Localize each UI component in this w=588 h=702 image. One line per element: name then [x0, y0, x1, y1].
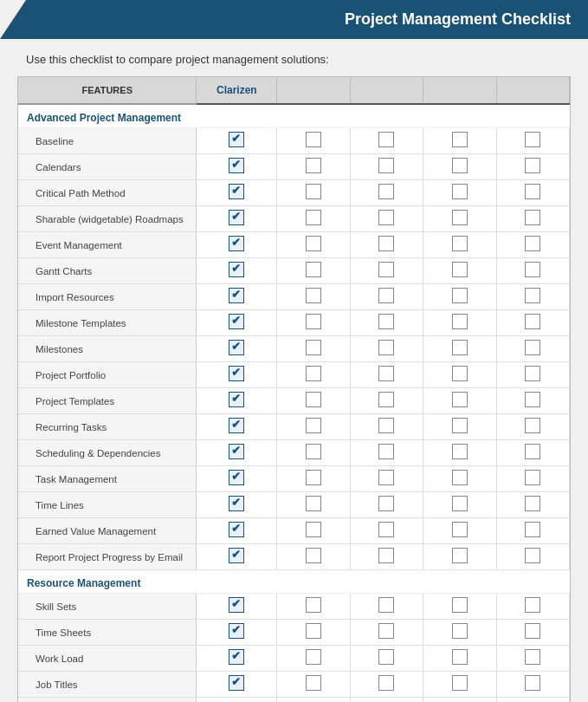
clarizen-checkbox[interactable] [197, 128, 277, 154]
other-checkbox-2[interactable] [350, 284, 423, 310]
other-checkbox-2[interactable] [350, 698, 423, 703]
other-checkbox-4[interactable] [496, 128, 569, 154]
other-checkbox-2[interactable] [350, 620, 423, 646]
other-checkbox-3[interactable] [423, 154, 496, 180]
clarizen-checkbox[interactable] [197, 336, 277, 362]
other-checkbox-1[interactable] [277, 336, 350, 362]
other-checkbox-1[interactable] [277, 258, 350, 284]
other-checkbox-3[interactable] [423, 310, 496, 336]
clarizen-checkbox[interactable] [197, 232, 277, 258]
clarizen-checkbox[interactable] [197, 362, 277, 388]
other-checkbox-2[interactable] [350, 492, 423, 518]
clarizen-checkbox[interactable] [197, 518, 277, 544]
clarizen-checkbox[interactable] [197, 620, 277, 646]
other-checkbox-1[interactable] [277, 232, 350, 258]
other-checkbox-4[interactable] [496, 206, 569, 232]
other-checkbox-1[interactable] [277, 206, 350, 232]
other-checkbox-3[interactable] [423, 206, 496, 232]
other-checkbox-4[interactable] [496, 414, 569, 440]
clarizen-checkbox[interactable] [197, 310, 277, 336]
other-checkbox-2[interactable] [350, 128, 423, 154]
other-checkbox-3[interactable] [423, 594, 496, 620]
other-checkbox-3[interactable] [423, 466, 496, 492]
other-checkbox-4[interactable] [496, 258, 569, 284]
other-checkbox-1[interactable] [277, 672, 350, 698]
other-checkbox-4[interactable] [496, 310, 569, 336]
other-checkbox-4[interactable] [496, 492, 569, 518]
other-checkbox-4[interactable] [496, 388, 569, 414]
other-checkbox-4[interactable] [496, 362, 569, 388]
other-checkbox-1[interactable] [277, 180, 350, 206]
other-checkbox-4[interactable] [496, 544, 569, 570]
other-checkbox-4[interactable] [496, 466, 569, 492]
other-checkbox-4[interactable] [496, 232, 569, 258]
other-checkbox-1[interactable] [277, 646, 350, 672]
clarizen-checkbox[interactable] [197, 646, 277, 672]
other-checkbox-1[interactable] [277, 414, 350, 440]
clarizen-checkbox[interactable] [197, 440, 277, 466]
other-checkbox-2[interactable] [350, 440, 423, 466]
other-checkbox-3[interactable] [423, 646, 496, 672]
other-checkbox-1[interactable] [277, 154, 350, 180]
other-checkbox-1[interactable] [277, 518, 350, 544]
other-checkbox-4[interactable] [496, 620, 569, 646]
other-checkbox-1[interactable] [277, 492, 350, 518]
other-checkbox-3[interactable] [423, 258, 496, 284]
other-checkbox-2[interactable] [350, 388, 423, 414]
other-checkbox-3[interactable] [423, 698, 496, 703]
other-checkbox-3[interactable] [423, 544, 496, 570]
other-checkbox-1[interactable] [277, 388, 350, 414]
other-checkbox-2[interactable] [350, 336, 423, 362]
clarizen-checkbox[interactable] [197, 206, 277, 232]
other-checkbox-3[interactable] [423, 518, 496, 544]
other-checkbox-4[interactable] [496, 646, 569, 672]
other-checkbox-2[interactable] [350, 154, 423, 180]
clarizen-checkbox[interactable] [197, 594, 277, 620]
other-checkbox-1[interactable] [277, 310, 350, 336]
other-checkbox-2[interactable] [350, 544, 423, 570]
other-checkbox-2[interactable] [350, 180, 423, 206]
other-checkbox-3[interactable] [423, 336, 496, 362]
other-checkbox-2[interactable] [350, 232, 423, 258]
clarizen-checkbox[interactable] [197, 284, 277, 310]
clarizen-checkbox[interactable] [197, 154, 277, 180]
other-checkbox-2[interactable] [350, 466, 423, 492]
other-checkbox-3[interactable] [423, 440, 496, 466]
other-checkbox-4[interactable] [496, 672, 569, 698]
other-checkbox-3[interactable] [423, 232, 496, 258]
other-checkbox-1[interactable] [277, 544, 350, 570]
clarizen-checkbox[interactable] [197, 414, 277, 440]
other-checkbox-1[interactable] [277, 466, 350, 492]
other-checkbox-3[interactable] [423, 672, 496, 698]
other-checkbox-1[interactable] [277, 620, 350, 646]
other-checkbox-3[interactable] [423, 414, 496, 440]
clarizen-checkbox[interactable] [197, 388, 277, 414]
other-checkbox-3[interactable] [423, 620, 496, 646]
other-checkbox-2[interactable] [350, 518, 423, 544]
other-checkbox-2[interactable] [350, 672, 423, 698]
other-checkbox-1[interactable] [277, 362, 350, 388]
other-checkbox-4[interactable] [496, 180, 569, 206]
other-checkbox-3[interactable] [423, 362, 496, 388]
other-checkbox-2[interactable] [350, 310, 423, 336]
other-checkbox-1[interactable] [277, 594, 350, 620]
other-checkbox-3[interactable] [423, 128, 496, 154]
other-checkbox-2[interactable] [350, 414, 423, 440]
other-checkbox-4[interactable] [496, 336, 569, 362]
other-checkbox-2[interactable] [350, 206, 423, 232]
other-checkbox-2[interactable] [350, 646, 423, 672]
other-checkbox-3[interactable] [423, 284, 496, 310]
clarizen-checkbox[interactable] [197, 180, 277, 206]
other-checkbox-1[interactable] [277, 440, 350, 466]
other-checkbox-3[interactable] [423, 492, 496, 518]
other-checkbox-1[interactable] [277, 128, 350, 154]
other-checkbox-4[interactable] [496, 284, 569, 310]
clarizen-checkbox[interactable] [197, 466, 277, 492]
other-checkbox-4[interactable] [496, 154, 569, 180]
clarizen-checkbox[interactable] [197, 258, 277, 284]
other-checkbox-3[interactable] [423, 180, 496, 206]
other-checkbox-4[interactable] [496, 518, 569, 544]
other-checkbox-1[interactable] [277, 698, 350, 703]
other-checkbox-2[interactable] [350, 594, 423, 620]
other-checkbox-4[interactable] [496, 698, 569, 703]
